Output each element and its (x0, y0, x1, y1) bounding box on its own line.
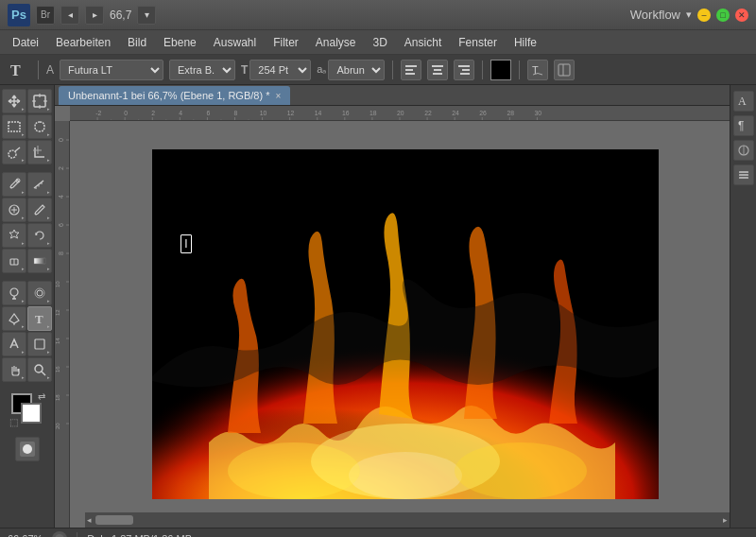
svg-text:18: 18 (369, 110, 377, 116)
maximize-button[interactable]: □ (716, 9, 730, 22)
svg-point-36 (37, 290, 43, 296)
svg-text:T: T (10, 62, 21, 78)
rect-marquee-button[interactable] (2, 114, 26, 139)
menu-bearbeiten[interactable]: Bearbeiten (49, 33, 117, 52)
document-tab[interactable]: Unbenannt-1 bei 66,7% (Ebene 1, RGB/8) *… (59, 86, 290, 105)
tool-row-dodge (2, 281, 52, 305)
text-cursor: I (180, 234, 192, 253)
pen-button[interactable] (2, 306, 26, 331)
tool-row-clone (2, 223, 52, 248)
menu-fenster[interactable]: Fenster (452, 33, 504, 52)
tool-row-select (2, 140, 52, 165)
menu-ebene[interactable]: Ebene (157, 33, 203, 52)
menu-hilfe[interactable]: Hilfe (507, 33, 543, 52)
swatches-panel-button[interactable] (733, 140, 754, 161)
menu-3d[interactable]: 3D (367, 33, 394, 52)
dodge-button[interactable] (2, 281, 26, 305)
svg-text:18: 18 (55, 394, 60, 401)
quick-mask-button[interactable] (15, 437, 40, 461)
v-ruler-svg: 0 2 4 6 8 10 12 14 (55, 121, 70, 528)
h-ruler-svg: -2 0 2 4 6 8 10 12 14 (70, 106, 730, 121)
blur-button[interactable] (27, 281, 52, 305)
type-tool-icon: T (6, 58, 30, 82)
svg-text:20: 20 (397, 110, 404, 116)
svg-rect-1 (405, 65, 417, 67)
spot-heal-button[interactable] (2, 198, 26, 222)
menu-ansicht[interactable]: Ansicht (398, 33, 448, 52)
workspace-dropdown-icon[interactable]: ▾ (686, 9, 692, 21)
menu-filter[interactable]: Filter (266, 33, 305, 52)
tab-bar: Unbenannt-1 bei 66,7% (Ebene 1, RGB/8) *… (55, 85, 730, 106)
antialiasing-select[interactable]: Abrund... (328, 60, 385, 80)
artboard-tool-button[interactable] (27, 89, 52, 113)
layers-panel-button[interactable] (733, 165, 754, 185)
brush-button[interactable] (27, 198, 52, 222)
zoom-display: 66,7 (110, 9, 131, 22)
h-scroll-thumb[interactable] (95, 515, 133, 525)
lasso-button[interactable] (27, 114, 52, 139)
svg-text:22: 22 (424, 110, 432, 116)
font-style-select[interactable]: Extra B... (169, 60, 235, 80)
nav-arrow-right-icon[interactable]: ▸ (85, 6, 104, 25)
tab-close-button[interactable]: × (275, 91, 281, 101)
move-tool-button[interactable] (2, 89, 26, 113)
ruler-tool-button[interactable] (27, 172, 52, 197)
menu-bild[interactable]: Bild (121, 33, 153, 52)
tool-row-eyedropper (2, 172, 52, 197)
left-toolbar: T ⬚ ⇄ (0, 85, 55, 528)
background-color[interactable] (21, 403, 42, 424)
minimize-button[interactable]: – (697, 9, 711, 22)
menu-analyse[interactable]: Analyse (309, 33, 363, 52)
align-right-button[interactable] (454, 60, 474, 80)
status-expand-arrow[interactable]: ▸ (201, 533, 206, 537)
svg-rect-6 (433, 73, 442, 75)
scroll-right-button[interactable]: ▸ (721, 515, 730, 525)
eyedropper-button[interactable] (2, 172, 26, 197)
separator-1 (38, 61, 39, 79)
clone-stamp-button[interactable] (2, 223, 26, 248)
tool-row-eraser (2, 249, 52, 273)
nav-arrow-icon[interactable]: ◂ (60, 6, 79, 25)
align-center-button[interactable] (427, 60, 448, 80)
svg-text:8: 8 (234, 110, 238, 116)
hand-button[interactable] (2, 357, 26, 382)
type-button[interactable]: T (27, 306, 52, 331)
history-brush-button[interactable] (27, 223, 52, 248)
menu-datei[interactable]: Datei (6, 33, 45, 52)
quick-select-button[interactable] (2, 140, 26, 165)
crop-button[interactable] (27, 140, 52, 165)
document-canvas[interactable]: I (152, 149, 659, 499)
eraser-button[interactable] (2, 249, 26, 273)
svg-rect-5 (434, 69, 441, 71)
font-size-select[interactable]: 254 Pt (249, 60, 311, 80)
canvas-content: I ◂ ▸ (85, 121, 730, 528)
character-panel-button[interactable]: A (733, 91, 754, 112)
zoom-button[interactable] (27, 357, 52, 382)
path-select-button[interactable] (2, 332, 26, 356)
separator-2 (392, 61, 393, 79)
svg-text:2: 2 (151, 110, 155, 116)
align-left-button[interactable] (401, 60, 421, 80)
menu-auswahl[interactable]: Auswahl (207, 33, 263, 52)
shape-button[interactable] (27, 332, 52, 356)
svg-text:0: 0 (58, 138, 64, 142)
svg-text:16: 16 (55, 366, 60, 372)
scroll-left-button[interactable]: ◂ (85, 515, 94, 525)
reset-color-icon[interactable]: ⬚ (9, 417, 18, 427)
horizontal-scrollbar[interactable]: ◂ ▸ (85, 512, 730, 528)
svg-text:16: 16 (342, 110, 350, 116)
text-color-swatch[interactable] (490, 60, 511, 80)
close-button[interactable]: ✕ (735, 9, 748, 22)
svg-rect-40 (35, 339, 44, 349)
svg-rect-18 (9, 122, 20, 131)
swap-color-icon[interactable]: ⇄ (38, 391, 45, 402)
font-family-select[interactable]: Futura LT (60, 60, 163, 80)
svg-text:28: 28 (507, 110, 514, 116)
paragraph-panel-button[interactable]: ¶ (733, 115, 754, 136)
warp-text-button[interactable]: T (527, 60, 548, 80)
tool-row-marquee (2, 114, 52, 139)
panels-button[interactable] (554, 60, 575, 80)
tool-row-move (2, 89, 52, 113)
gradient-button[interactable] (27, 249, 52, 273)
zoom-dropdown-icon[interactable]: ▾ (137, 6, 156, 25)
